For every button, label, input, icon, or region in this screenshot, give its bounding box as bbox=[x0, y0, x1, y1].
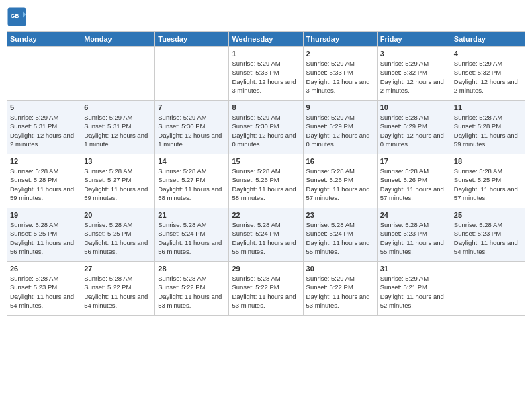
weekday-header-tuesday: Tuesday bbox=[155, 32, 229, 47]
day-number: 1 bbox=[232, 50, 300, 58]
calendar-cell: 14Sunrise: 5:28 AMSunset: 5:27 PMDayligh… bbox=[155, 154, 229, 208]
calendar-cell: 21Sunrise: 5:28 AMSunset: 5:24 PMDayligh… bbox=[155, 208, 229, 262]
calendar-cell: 5Sunrise: 5:29 AMSunset: 5:31 PMDaylight… bbox=[7, 101, 81, 154]
day-info: Sunrise: 5:29 AMSunset: 5:21 PMDaylight:… bbox=[380, 274, 448, 310]
day-info: Sunrise: 5:29 AMSunset: 5:31 PMDaylight:… bbox=[84, 113, 152, 148]
calendar-cell: 2Sunrise: 5:29 AMSunset: 5:33 PMDaylight… bbox=[303, 47, 377, 101]
day-info: Sunrise: 5:28 AMSunset: 5:22 PMDaylight:… bbox=[158, 274, 226, 310]
day-number: 24 bbox=[380, 211, 448, 219]
day-number: 8 bbox=[232, 103, 300, 111]
day-info: Sunrise: 5:28 AMSunset: 5:24 PMDaylight:… bbox=[306, 220, 374, 256]
day-number: 5 bbox=[10, 103, 78, 111]
calendar-week-5: 26Sunrise: 5:28 AMSunset: 5:23 PMDayligh… bbox=[7, 262, 525, 316]
day-number: 15 bbox=[232, 157, 300, 165]
day-info: Sunrise: 5:29 AMSunset: 5:32 PMDaylight:… bbox=[454, 59, 522, 95]
day-number: 25 bbox=[454, 211, 522, 219]
day-info: Sunrise: 5:29 AMSunset: 5:30 PMDaylight:… bbox=[158, 113, 226, 148]
calendar-cell: 9Sunrise: 5:29 AMSunset: 5:29 PMDaylight… bbox=[303, 101, 377, 154]
day-info: Sunrise: 5:28 AMSunset: 5:22 PMDaylight:… bbox=[232, 274, 300, 310]
day-number: 4 bbox=[454, 50, 522, 58]
svg-text:GB: GB bbox=[11, 13, 19, 19]
calendar-cell: 27Sunrise: 5:28 AMSunset: 5:22 PMDayligh… bbox=[81, 262, 155, 316]
day-info: Sunrise: 5:28 AMSunset: 5:27 PMDaylight:… bbox=[158, 167, 226, 202]
day-info: Sunrise: 5:28 AMSunset: 5:25 PMDaylight:… bbox=[10, 220, 78, 256]
day-number: 23 bbox=[306, 211, 374, 219]
day-number: 21 bbox=[158, 211, 226, 219]
calendar-cell: 19Sunrise: 5:28 AMSunset: 5:25 PMDayligh… bbox=[7, 208, 81, 262]
day-number: 27 bbox=[84, 265, 152, 273]
day-number: 22 bbox=[232, 211, 300, 219]
calendar-cell: 26Sunrise: 5:28 AMSunset: 5:23 PMDayligh… bbox=[7, 262, 81, 316]
calendar-cell: 11Sunrise: 5:28 AMSunset: 5:28 PMDayligh… bbox=[451, 101, 525, 154]
day-number: 20 bbox=[84, 211, 152, 219]
calendar-cell: 29Sunrise: 5:28 AMSunset: 5:22 PMDayligh… bbox=[229, 262, 303, 316]
day-info: Sunrise: 5:28 AMSunset: 5:26 PMDaylight:… bbox=[380, 167, 448, 202]
weekday-header-friday: Friday bbox=[377, 32, 451, 47]
weekday-header-sunday: Sunday bbox=[7, 32, 81, 47]
calendar-cell: 12Sunrise: 5:28 AMSunset: 5:28 PMDayligh… bbox=[7, 154, 81, 208]
calendar-week-2: 5Sunrise: 5:29 AMSunset: 5:31 PMDaylight… bbox=[7, 101, 525, 154]
day-number: 9 bbox=[306, 103, 374, 111]
calendar-cell: 3Sunrise: 5:29 AMSunset: 5:32 PMDaylight… bbox=[377, 47, 451, 101]
calendar-cell bbox=[81, 47, 155, 101]
calendar-cell: 8Sunrise: 5:29 AMSunset: 5:30 PMDaylight… bbox=[229, 101, 303, 154]
header: GB bbox=[7, 7, 525, 27]
day-info: Sunrise: 5:28 AMSunset: 5:27 PMDaylight:… bbox=[84, 167, 152, 202]
calendar-cell: 22Sunrise: 5:28 AMSunset: 5:24 PMDayligh… bbox=[229, 208, 303, 262]
day-info: Sunrise: 5:28 AMSunset: 5:26 PMDaylight:… bbox=[232, 167, 300, 202]
weekday-header-thursday: Thursday bbox=[303, 32, 377, 47]
day-number: 31 bbox=[380, 265, 448, 273]
day-number: 14 bbox=[158, 157, 226, 165]
calendar-week-1: 1Sunrise: 5:29 AMSunset: 5:33 PMDaylight… bbox=[7, 47, 525, 101]
calendar-week-3: 12Sunrise: 5:28 AMSunset: 5:28 PMDayligh… bbox=[7, 154, 525, 208]
calendar-cell bbox=[451, 262, 525, 316]
calendar-cell: 13Sunrise: 5:28 AMSunset: 5:27 PMDayligh… bbox=[81, 154, 155, 208]
calendar-cell: 31Sunrise: 5:29 AMSunset: 5:21 PMDayligh… bbox=[377, 262, 451, 316]
day-info: Sunrise: 5:28 AMSunset: 5:23 PMDaylight:… bbox=[380, 220, 448, 256]
weekday-header-row: SundayMondayTuesdayWednesdayThursdayFrid… bbox=[7, 32, 525, 47]
day-info: Sunrise: 5:28 AMSunset: 5:23 PMDaylight:… bbox=[10, 274, 78, 310]
day-info: Sunrise: 5:28 AMSunset: 5:25 PMDaylight:… bbox=[84, 220, 152, 256]
day-info: Sunrise: 5:29 AMSunset: 5:33 PMDaylight:… bbox=[232, 59, 300, 95]
logo-icon: GB bbox=[7, 7, 27, 27]
day-number: 2 bbox=[306, 50, 374, 58]
calendar-cell: 7Sunrise: 5:29 AMSunset: 5:30 PMDaylight… bbox=[155, 101, 229, 154]
calendar-cell: 1Sunrise: 5:29 AMSunset: 5:33 PMDaylight… bbox=[229, 47, 303, 101]
calendar-cell bbox=[7, 47, 81, 101]
calendar-cell: 28Sunrise: 5:28 AMSunset: 5:22 PMDayligh… bbox=[155, 262, 229, 316]
day-info: Sunrise: 5:28 AMSunset: 5:23 PMDaylight:… bbox=[454, 220, 522, 256]
calendar-table: SundayMondayTuesdayWednesdayThursdayFrid… bbox=[7, 31, 525, 316]
day-number: 7 bbox=[158, 103, 226, 111]
day-info: Sunrise: 5:28 AMSunset: 5:29 PMDaylight:… bbox=[380, 113, 448, 148]
day-number: 28 bbox=[158, 265, 226, 273]
day-info: Sunrise: 5:29 AMSunset: 5:29 PMDaylight:… bbox=[306, 113, 374, 148]
day-number: 12 bbox=[10, 157, 78, 165]
day-number: 10 bbox=[380, 103, 448, 111]
calendar-cell: 10Sunrise: 5:28 AMSunset: 5:29 PMDayligh… bbox=[377, 101, 451, 154]
calendar-cell: 16Sunrise: 5:28 AMSunset: 5:26 PMDayligh… bbox=[303, 154, 377, 208]
logo: GB bbox=[7, 7, 30, 27]
day-info: Sunrise: 5:28 AMSunset: 5:28 PMDaylight:… bbox=[10, 167, 78, 202]
calendar-cell: 6Sunrise: 5:29 AMSunset: 5:31 PMDaylight… bbox=[81, 101, 155, 154]
calendar-cell bbox=[155, 47, 229, 101]
day-info: Sunrise: 5:29 AMSunset: 5:33 PMDaylight:… bbox=[306, 59, 374, 95]
calendar-cell: 4Sunrise: 5:29 AMSunset: 5:32 PMDaylight… bbox=[451, 47, 525, 101]
day-number: 29 bbox=[232, 265, 300, 273]
weekday-header-monday: Monday bbox=[81, 32, 155, 47]
day-number: 19 bbox=[10, 211, 78, 219]
day-info: Sunrise: 5:29 AMSunset: 5:32 PMDaylight:… bbox=[380, 59, 448, 95]
day-number: 11 bbox=[454, 103, 522, 111]
day-info: Sunrise: 5:28 AMSunset: 5:24 PMDaylight:… bbox=[158, 220, 226, 256]
calendar-cell: 25Sunrise: 5:28 AMSunset: 5:23 PMDayligh… bbox=[451, 208, 525, 262]
calendar-cell: 30Sunrise: 5:29 AMSunset: 5:22 PMDayligh… bbox=[303, 262, 377, 316]
day-number: 16 bbox=[306, 157, 374, 165]
day-number: 17 bbox=[380, 157, 448, 165]
day-info: Sunrise: 5:28 AMSunset: 5:24 PMDaylight:… bbox=[232, 220, 300, 256]
calendar-cell: 18Sunrise: 5:28 AMSunset: 5:25 PMDayligh… bbox=[451, 154, 525, 208]
day-info: Sunrise: 5:28 AMSunset: 5:26 PMDaylight:… bbox=[306, 167, 374, 202]
day-number: 6 bbox=[84, 103, 152, 111]
day-info: Sunrise: 5:28 AMSunset: 5:22 PMDaylight:… bbox=[84, 274, 152, 310]
calendar-cell: 23Sunrise: 5:28 AMSunset: 5:24 PMDayligh… bbox=[303, 208, 377, 262]
calendar-cell: 24Sunrise: 5:28 AMSunset: 5:23 PMDayligh… bbox=[377, 208, 451, 262]
calendar-cell: 15Sunrise: 5:28 AMSunset: 5:26 PMDayligh… bbox=[229, 154, 303, 208]
